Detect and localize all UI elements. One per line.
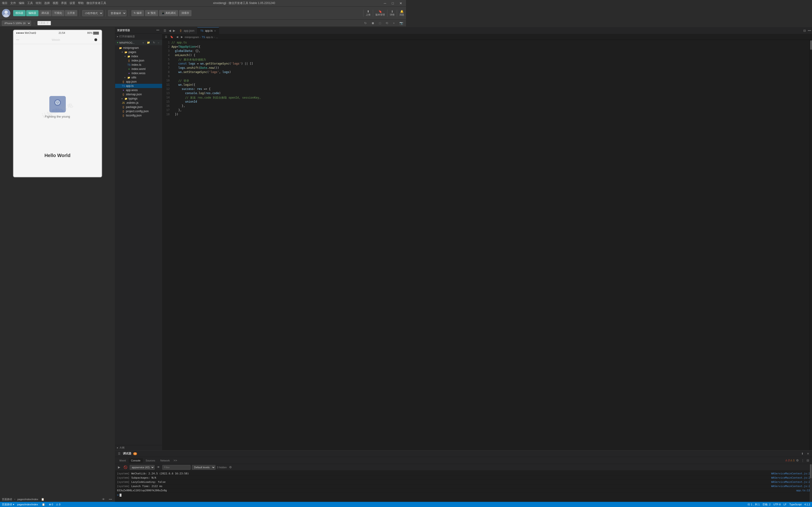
breadcrumb-forward-button[interactable]: ▶ <box>180 35 184 39</box>
wxss-file-icon: ✦ <box>128 72 131 75</box>
file-app-ts[interactable]: TS app.ts <box>115 84 162 88</box>
right-toolbar-group: ⬆ 上传 🔖 版本管理 ℹ 详情 🔔 消息 <box>362 10 404 17</box>
notification-button[interactable]: 🔔 消息 <box>399 10 404 16</box>
json-file-icon: {} <box>122 114 125 117</box>
add-folder-button[interactable]: 📁 <box>146 41 151 45</box>
phone-record-button[interactable]: ⏺ <box>93 37 99 43</box>
file-project-config[interactable]: {} project.config.json <box>115 109 162 113</box>
compile-select[interactable]: 普通编译 <box>108 10 126 16</box>
file-panel: 资源管理器 ••• ▸ 打开的编辑器 ▾ MINIPROG... + 📁 ↻ − <box>115 27 162 253</box>
menu-item-view[interactable]: 视图 <box>53 1 58 5</box>
mode-select[interactable]: 小程序模式 <box>82 10 103 16</box>
separator-2 <box>105 10 106 17</box>
menu-item-select[interactable]: 选择 <box>44 1 50 5</box>
view-toggle-group: 模拟器 编辑器 调试器 可视化 云开发 <box>13 10 77 16</box>
compile-button[interactable]: ↻ 编译 <box>131 10 144 16</box>
refresh-files-button[interactable]: ↻ <box>152 41 156 45</box>
refresh-button[interactable]: ↻ <box>363 21 368 25</box>
stop-button[interactable]: ⏹ <box>370 21 375 25</box>
code-line-9: 9 <box>162 75 406 79</box>
simulator-button[interactable]: 模拟器 <box>13 10 26 16</box>
menu-item-settings[interactable]: 设置 <box>69 1 75 5</box>
zoom-button[interactable]: + <box>392 21 396 25</box>
phone-icon: 📱 <box>161 11 165 14</box>
device-select[interactable]: iPhone 5 100% 16 <box>2 21 31 26</box>
window-controls[interactable]: ─ □ ✕ <box>382 1 404 6</box>
editor-tab-bar: ☰ ◀ ▶ {} app.json TS app.ts ✕ ⊟ ••• <box>162 27 406 34</box>
file-tsconfig[interactable]: {} tsconfig.json <box>115 113 162 118</box>
folder-utils[interactable]: ▸ 📁 utils <box>115 75 162 79</box>
code-line-2: 2 App<TAppOption>({ <box>162 45 406 49</box>
title-bar-menu[interactable]: 项目 文件 编辑 工具 转到 选择 视图 界面 设置 帮助 微信开发者工具 <box>2 1 106 5</box>
tab-nav-forward-button[interactable]: ▶ <box>172 27 176 34</box>
menu-item-ui[interactable]: 界面 <box>61 1 67 5</box>
cache-button[interactable]: 清缓存 <box>179 10 192 16</box>
folder-open-icon: 📂 <box>124 50 128 54</box>
miniprogram-header[interactable]: ▾ MINIPROG... + 📁 ↻ − <box>115 40 162 45</box>
maximize-button[interactable]: □ <box>390 1 396 6</box>
file-app-json[interactable]: {} app.json <box>115 79 162 84</box>
screenshot-button[interactable]: 📷 <box>399 21 404 25</box>
rotate-button[interactable]: ⟲ <box>385 21 389 25</box>
menu-item-wechat[interactable]: 微信开发者工具 <box>87 1 106 5</box>
phone-menu-dots[interactable]: ••• <box>16 38 19 42</box>
file-index-wxml[interactable]: ✦ index.wxml <box>115 67 162 71</box>
menu-item-file[interactable]: 文件 <box>10 1 16 5</box>
close-button[interactable]: ✕ <box>398 1 404 6</box>
menu-item-tools[interactable]: 工具 <box>27 1 33 5</box>
upload-button[interactable]: ⬆ 上传 <box>366 10 370 16</box>
file-app-wxss[interactable]: ✦ app.wxss <box>115 88 162 92</box>
hot-reload-button[interactable]: 热重载 开 ▾ <box>37 21 51 25</box>
breadcrumb-file[interactable]: app.ts <box>206 36 213 39</box>
open-editors-header[interactable]: ▸ 打开的编辑器 <box>115 34 162 39</box>
detail-button[interactable]: ℹ 详情 <box>390 10 395 16</box>
file-panel-more-button[interactable]: ••• <box>155 28 160 33</box>
open-editors-section: ▸ 打开的编辑器 <box>115 34 162 40</box>
breadcrumb-symbol[interactable]: ... <box>216 36 218 39</box>
refresh-icon: ↻ <box>134 11 136 14</box>
bookmark-icon[interactable]: 🔖 <box>169 35 174 39</box>
tab-toggle-button[interactable]: ☰ <box>162 27 168 34</box>
menu-item-goto[interactable]: 转到 <box>36 1 41 5</box>
file-index-wxss[interactable]: ✦ index.wxss <box>115 71 162 75</box>
breadcrumb-back-button[interactable]: ◀ <box>175 35 179 39</box>
eye-icon: 👁 <box>147 12 150 14</box>
menu-item-edit[interactable]: 编辑 <box>19 1 24 5</box>
collapse-files-button[interactable]: − <box>157 41 160 45</box>
add-file-button[interactable]: + <box>142 41 145 45</box>
file-index-ts[interactable]: TS index.ts <box>115 63 162 67</box>
folder-typings[interactable]: ▸ 📁 typings <box>115 97 162 101</box>
expand-icon: ▸ <box>122 97 123 100</box>
code-area: 1 // app.ts 2 App<TAppOption>({ 3 global… <box>162 40 406 253</box>
debugger-button[interactable]: 调试器 <box>39 10 51 16</box>
version-button[interactable]: 🔖 版本管理 <box>375 10 385 16</box>
editor-button[interactable]: 编辑器 <box>26 10 39 16</box>
cloud-button[interactable]: 云开发 <box>65 10 77 16</box>
minimize-button[interactable]: ─ <box>382 1 388 6</box>
phone-avatar-section: Fighting the young <box>45 96 70 118</box>
phone-frame: ●●●●● WeChat令 21:54 86% ▓▓▓ ••• Weixin ⏺… <box>13 30 102 177</box>
collapse-icon: ▸ <box>117 35 118 38</box>
visual-button[interactable]: 可视化 <box>52 10 64 16</box>
phone-content: 认知域战域 电 Fighting the young <box>13 44 102 177</box>
js-file-icon: JS <box>122 101 125 105</box>
file-index-json[interactable]: {} index.json <box>115 58 162 63</box>
tab-app-json[interactable]: {} app.json <box>176 27 197 34</box>
tab-nav-back-button[interactable]: ◀ <box>168 27 172 34</box>
folder-index[interactable]: ▾ 📁 index <box>115 54 162 58</box>
folder-miniprogram[interactable]: 📂 miniprogram <box>115 46 162 50</box>
tab-close-icon[interactable]: ✕ <box>214 30 216 32</box>
menu-item-help[interactable]: 帮助 <box>78 1 84 5</box>
preview-button[interactable]: 👁 预览 <box>145 10 158 16</box>
breadcrumb-miniprogram[interactable]: miniprogram <box>185 36 199 39</box>
real-test-button[interactable]: 📱 真机调试 <box>159 10 178 16</box>
menu-item-project[interactable]: 项目 <box>2 1 7 5</box>
folder-pages[interactable]: ▾ 📂 pages <box>115 50 162 54</box>
sidebar-toggle-icon[interactable]: ☰ <box>164 35 168 39</box>
tab-app-ts[interactable]: TS app.ts ✕ <box>197 27 219 34</box>
file-sitemap-json[interactable]: {} sitemap.json <box>115 92 162 97</box>
file-package-json[interactable]: {} package.json <box>115 105 162 109</box>
phone-frame-button[interactable]: □ <box>378 21 382 25</box>
file-eslintrc[interactable]: JS .eslintrc.js <box>115 101 162 105</box>
ts-file-icon: TS <box>122 84 125 88</box>
